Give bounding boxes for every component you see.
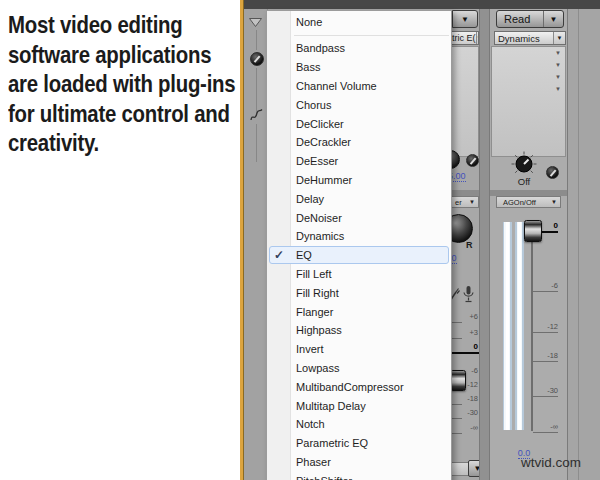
menu-item-label: Fill Right bbox=[296, 287, 339, 299]
effect-slot-header-left[interactable]: tric E( ▼ bbox=[448, 31, 479, 45]
menu-item-multitap-delay[interactable]: Multitap Delay bbox=[267, 396, 451, 415]
pan-right-indicator: R bbox=[466, 240, 473, 250]
menu-item-pitchshifter[interactable]: PitchShifter bbox=[267, 471, 451, 480]
caption-text: Most video editing software applications… bbox=[8, 10, 263, 158]
scale-label: -∞ bbox=[448, 423, 478, 432]
caption-line: software applications bbox=[8, 40, 263, 70]
scale-label: 0 bbox=[448, 342, 478, 351]
chevron-down-icon: ▼ bbox=[453, 11, 477, 27]
menu-item-dehummer[interactable]: DeHummer bbox=[267, 171, 451, 190]
menu-item-label: DeEsser bbox=[296, 155, 338, 167]
watermark: wtvid.com bbox=[521, 455, 581, 470]
level-meter-left-bar bbox=[503, 222, 512, 430]
menu-item-label: DeCrackler bbox=[296, 136, 351, 148]
effect-slot-label: Dynamics bbox=[495, 33, 553, 44]
menu-item-label: MultibandCompressor bbox=[296, 381, 404, 393]
menu-item-channel-volume[interactable]: Channel Volume bbox=[267, 77, 451, 96]
effect-slot-header[interactable]: Dynamics ▼ bbox=[494, 31, 566, 45]
output-assign-bar-left[interactable] bbox=[449, 462, 469, 476]
volume-fader-handle-left[interactable] bbox=[450, 370, 466, 391]
scale-label: -30 bbox=[448, 408, 478, 417]
menu-item-phaser[interactable]: Phaser bbox=[267, 453, 451, 472]
param-select-dropdown[interactable]: AGOn/Off ▼ bbox=[496, 196, 561, 208]
effect-knob[interactable] bbox=[510, 150, 538, 178]
empty-slot-dropdown-arrow[interactable]: ▼ bbox=[552, 74, 564, 84]
automation-pen-icon[interactable] bbox=[249, 107, 264, 124]
menu-item-chorus[interactable]: Chorus bbox=[267, 95, 451, 114]
menu-item-dynamics[interactable]: Dynamics bbox=[267, 227, 451, 246]
menu-separator bbox=[294, 35, 449, 36]
chevron-down-icon: ▼ bbox=[553, 32, 565, 44]
menu-item-label: Delay bbox=[296, 193, 324, 205]
menu-item-lowpass[interactable]: Lowpass bbox=[267, 359, 451, 378]
menu-item-label: PitchShifter bbox=[296, 475, 352, 480]
menu-item-delay[interactable]: Delay bbox=[267, 189, 451, 208]
menu-item-decrackler[interactable]: DeCrackler bbox=[267, 133, 451, 152]
param-select-dropdown-left[interactable]: er ▼ bbox=[448, 196, 479, 208]
menu-item-label: Invert bbox=[296, 343, 324, 355]
param-select-label: AGOn/Off bbox=[497, 198, 548, 207]
automation-mode-dropdown[interactable]: Read ▼ bbox=[496, 10, 564, 28]
menu-item-fill-left[interactable]: Fill Left bbox=[267, 265, 451, 284]
empty-slot-dropdown-arrow[interactable]: ▼ bbox=[552, 50, 564, 60]
caption-line: creativity. bbox=[8, 128, 263, 158]
automation-mode-dropdown-left[interactable]: ▼ bbox=[452, 10, 478, 28]
menu-item-none[interactable]: None bbox=[267, 12, 451, 32]
scale-label: +6 bbox=[448, 312, 478, 321]
volume-fader-handle[interactable] bbox=[524, 220, 542, 242]
menu-item-label: DeNoiser bbox=[296, 212, 342, 224]
menu-item-label: Bass bbox=[296, 61, 320, 73]
plugin-menu: NoneBandpassBassChannel VolumeChorusDeCl… bbox=[266, 10, 452, 480]
audio-mixer-panel: ▼ tric E( ▼ 5.00 z er ▼ R 1.0 +6+30-6-12… bbox=[240, 0, 600, 480]
empty-slot-dropdown-arrow[interactable]: ▼ bbox=[552, 62, 564, 72]
menu-item-label: Bandpass bbox=[296, 42, 345, 54]
menu-item-parametric-eq[interactable]: Parametric EQ bbox=[267, 434, 451, 453]
menu-item-fill-right[interactable]: Fill Right bbox=[267, 283, 451, 302]
menu-item-label: Channel Volume bbox=[296, 80, 377, 92]
caption-line: Most video editing bbox=[8, 10, 263, 40]
effects-bypass-icon[interactable] bbox=[250, 52, 264, 66]
menu-item-label: None bbox=[296, 16, 322, 28]
menu-item-label: EQ bbox=[296, 249, 312, 261]
menu-item-declicker[interactable]: DeClicker bbox=[267, 114, 451, 133]
menu-item-label: Multitap Delay bbox=[296, 400, 366, 412]
menu-item-label: Chorus bbox=[296, 99, 331, 111]
menu-item-label: Dynamics bbox=[296, 230, 344, 242]
caption-line: are loaded with plug-ins bbox=[8, 69, 263, 99]
menu-item-bass[interactable]: Bass bbox=[267, 58, 451, 77]
menu-item-deesser[interactable]: DeEsser bbox=[267, 152, 451, 171]
chevron-down-icon: ▼ bbox=[466, 199, 478, 205]
mic-input-icon[interactable] bbox=[462, 285, 475, 304]
menu-item-label: Highpass bbox=[296, 324, 342, 336]
menu-item-highpass[interactable]: Highpass bbox=[267, 321, 451, 340]
level-meter-right-bar bbox=[515, 222, 524, 430]
channel-divider bbox=[479, 9, 490, 480]
automation-mode-label: Read bbox=[497, 13, 543, 25]
empty-slot-dropdown-arrow[interactable]: ▼ bbox=[552, 86, 564, 96]
menu-item-invert[interactable]: Invert bbox=[267, 340, 451, 359]
menu-item-notch[interactable]: Notch bbox=[267, 415, 451, 434]
effect-slots-panel-left bbox=[448, 46, 479, 157]
page: Most video editing software applications… bbox=[0, 0, 600, 480]
checkmark-icon: ✓ bbox=[274, 248, 284, 262]
effect-bypass-button-left[interactable] bbox=[466, 154, 479, 167]
fader-track[interactable] bbox=[531, 222, 533, 431]
effect-slot-label: tric E( bbox=[449, 33, 476, 43]
scale-label: -18 bbox=[448, 394, 478, 403]
menu-item-eq[interactable]: ✓EQ bbox=[267, 246, 451, 265]
menu-item-label: Notch bbox=[296, 418, 325, 430]
menu-item-bandpass[interactable]: Bandpass bbox=[267, 39, 451, 58]
caption-line: for ultimate control and bbox=[8, 99, 263, 129]
menu-item-denoiser[interactable]: DeNoiser bbox=[267, 208, 451, 227]
collapse-triangle-icon[interactable] bbox=[248, 17, 263, 28]
menu-item-multibandcompressor[interactable]: MultibandCompressor bbox=[267, 377, 451, 396]
menu-item-flanger[interactable]: Flanger bbox=[267, 302, 451, 321]
menu-item-label: Flanger bbox=[296, 306, 333, 318]
effect-slots-panel: ▼ ▼ ▼ ▼ bbox=[491, 46, 566, 157]
menu-item-label: Parametric EQ bbox=[296, 437, 368, 449]
menu-item-label: DeClicker bbox=[296, 118, 344, 130]
effect-bypass-button[interactable] bbox=[546, 166, 559, 179]
toolbar-divider bbox=[256, 30, 257, 50]
knob-value-label: Off bbox=[512, 176, 536, 187]
toolbar-divider bbox=[256, 124, 257, 162]
